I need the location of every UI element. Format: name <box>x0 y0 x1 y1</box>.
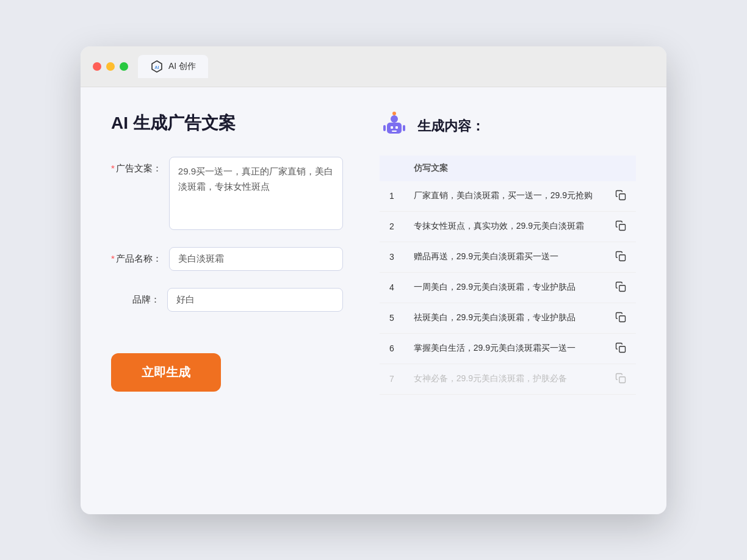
copy-button[interactable] <box>605 364 636 394</box>
left-panel: AI 生成广告文案 *广告文案： 29.9买一送一，真正的厂家直销，美白淡斑霜，… <box>111 112 343 490</box>
svg-rect-13 <box>619 224 626 230</box>
svg-rect-15 <box>619 285 626 291</box>
svg-rect-16 <box>619 315 626 321</box>
svg-rect-18 <box>619 376 626 382</box>
row-copy-text: 女神必备，29.9元美白淡斑霜，护肤必备 <box>404 364 605 394</box>
svg-rect-14 <box>619 254 626 260</box>
svg-rect-6 <box>392 131 397 132</box>
required-star-1: * <box>111 163 115 173</box>
row-number: 6 <box>380 333 404 364</box>
table-row: 4一周美白，29.9元美白淡斑霜，专业护肤品 <box>380 272 636 303</box>
minimize-button[interactable] <box>106 62 115 71</box>
svg-text:AI: AI <box>154 64 159 70</box>
product-name-group: *产品名称： <box>111 247 343 271</box>
table-row: 1厂家直销，美白淡斑霜，买一送一，29.9元抢购 <box>380 181 636 212</box>
svg-rect-10 <box>403 125 405 131</box>
robot-icon <box>380 112 409 141</box>
ad-copy-label: *广告文案： <box>111 157 162 174</box>
browser-window: AI AI 创作 AI 生成广告文案 *广告文案： 29.9买一送一，真正的厂家… <box>81 46 666 514</box>
svg-rect-12 <box>619 193 626 199</box>
brand-label: 品牌： <box>111 288 160 306</box>
svg-rect-5 <box>395 126 398 129</box>
row-copy-text: 专抹女性斑点，真实功效，29.9元美白淡斑霜 <box>404 211 605 242</box>
row-number: 2 <box>380 211 404 242</box>
close-button[interactable] <box>93 62 101 71</box>
brand-input[interactable] <box>167 288 343 312</box>
col-action <box>605 156 636 181</box>
main-content: AI 生成广告文案 *广告文案： 29.9买一送一，真正的厂家直销，美白淡斑霜，… <box>81 87 666 514</box>
result-title: 生成内容： <box>417 117 485 135</box>
svg-rect-3 <box>387 123 402 134</box>
row-copy-text: 祛斑美白，29.9元美白淡斑霜，专业护肤品 <box>404 303 605 333</box>
copy-button[interactable] <box>605 181 636 212</box>
generate-button[interactable]: 立即生成 <box>111 353 221 392</box>
table-row: 5祛斑美白，29.9元美白淡斑霜，专业护肤品 <box>380 303 636 333</box>
row-copy-text: 一周美白，29.9元美白淡斑霜，专业护肤品 <box>404 272 605 303</box>
row-number: 4 <box>380 272 404 303</box>
row-copy-text: 厂家直销，美白淡斑霜，买一送一，29.9元抢购 <box>404 181 605 212</box>
maximize-button[interactable] <box>120 62 128 71</box>
brand-group: 品牌： <box>111 288 343 312</box>
copy-button[interactable] <box>605 211 636 242</box>
table-row: 3赠品再送，29.9元美白淡斑霜买一送一 <box>380 242 636 272</box>
col-num <box>380 156 404 181</box>
row-number: 3 <box>380 242 404 272</box>
required-star-2: * <box>111 253 115 264</box>
tab-label: AI 创作 <box>168 61 196 72</box>
row-number: 5 <box>380 303 404 333</box>
copy-button[interactable] <box>605 242 636 272</box>
product-name-label: *产品名称： <box>111 247 162 265</box>
svg-point-11 <box>392 112 396 115</box>
titlebar: AI AI 创作 <box>81 46 666 87</box>
table-row: 6掌握美白生活，29.9元美白淡斑霜买一送一 <box>380 333 636 364</box>
traffic-lights <box>93 62 128 71</box>
copy-button[interactable] <box>605 272 636 303</box>
ai-tab-icon: AI <box>150 60 164 73</box>
table-header-row: 仿写文案 <box>380 156 636 181</box>
ad-copy-input[interactable]: 29.9买一送一，真正的厂家直销，美白淡斑霜，专抹女性斑点 <box>169 157 343 230</box>
row-copy-text: 掌握美白生活，29.9元美白淡斑霜买一送一 <box>404 333 605 364</box>
copy-button[interactable] <box>605 333 636 364</box>
right-panel: 生成内容： 仿写文案 1厂家直销，美白淡斑霜，买一送一，29.9元抢购2专抹女性… <box>380 112 636 490</box>
svg-point-2 <box>391 115 398 123</box>
table-row: 2专抹女性斑点，真实功效，29.9元美白淡斑霜 <box>380 211 636 242</box>
svg-rect-9 <box>383 125 386 131</box>
results-table: 仿写文案 1厂家直销，美白淡斑霜，买一送一，29.9元抢购2专抹女性斑点，真实功… <box>380 156 636 395</box>
product-name-input[interactable] <box>169 247 343 271</box>
row-copy-text: 赠品再送，29.9元美白淡斑霜买一送一 <box>404 242 605 272</box>
row-number: 7 <box>380 364 404 394</box>
col-copy: 仿写文案 <box>404 156 605 181</box>
ad-copy-group: *广告文案： 29.9买一送一，真正的厂家直销，美白淡斑霜，专抹女性斑点 <box>111 157 343 230</box>
row-number: 1 <box>380 181 404 212</box>
svg-rect-4 <box>391 126 393 129</box>
ai-tab[interactable]: AI AI 创作 <box>138 55 208 78</box>
svg-rect-17 <box>619 346 626 352</box>
table-row: 7女神必备，29.9元美白淡斑霜，护肤必备 <box>380 364 636 394</box>
copy-button[interactable] <box>605 303 636 333</box>
page-title: AI 生成广告文案 <box>111 112 343 135</box>
result-header: 生成内容： <box>380 112 636 141</box>
